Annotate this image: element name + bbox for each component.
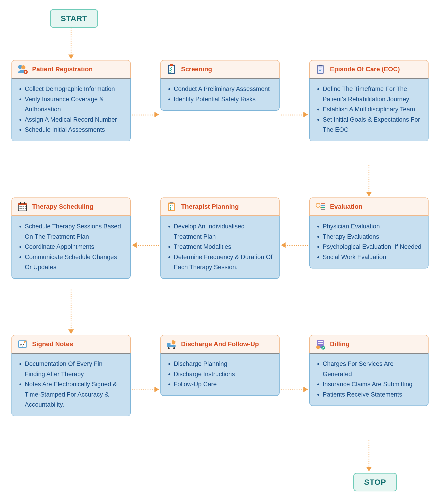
list-item: Set Initial Goals & Expectations For The… [323, 115, 422, 135]
svg-rect-27 [170, 205, 171, 206]
list-item: Charges For Services Are Generated [323, 359, 422, 379]
arrow [281, 115, 304, 115]
arrow [70, 289, 71, 330]
list-item: Follow-Up Care [174, 379, 273, 389]
card-eoc: Episode Of Care (EOC) Define The Timefra… [309, 60, 428, 141]
item-list: Discharge PlanningDischarge Instructions… [167, 359, 273, 389]
svg-rect-17 [21, 206, 22, 207]
svg-point-1 [21, 65, 26, 69]
card-body: Define The Timeframe For The Patient's R… [309, 78, 428, 141]
list-item: Determine Frequency & Duration Of Each T… [174, 252, 273, 272]
svg-rect-23 [25, 208, 26, 209]
list-item: Notes Are Electronically Signed & Time-S… [25, 379, 124, 410]
svg-rect-13 [18, 204, 27, 205]
svg-rect-44 [167, 343, 170, 345]
card-body: Develop An Individualised Treatment Plan… [160, 216, 280, 279]
list-item: Communicate Schedule Changes Or Updates [25, 252, 124, 272]
card-screening: Screening Conduct A Preliminary Assessme… [160, 60, 280, 111]
card-therapist-planning: Therapist Planning Develop An Individual… [160, 197, 280, 279]
list-item: Discharge Planning [174, 359, 273, 369]
flowchart-canvas: START Patient Registration Collect Demog… [9, 9, 431, 495]
list-item: Schedule Initial Assessments [25, 125, 124, 135]
svg-rect-18 [23, 206, 24, 207]
list-item: Identify Potential Safety Risks [174, 94, 273, 105]
list-item: Documentation Of Every Fin Finding After… [25, 359, 124, 379]
arrow [136, 245, 159, 246]
arrow [132, 389, 155, 390]
svg-rect-15 [24, 202, 25, 204]
svg-rect-36 [321, 205, 325, 206]
card-billing: Billing Charges For Services Are Generat… [309, 335, 428, 406]
card-title: Episode Of Care (EOC) [330, 66, 400, 73]
arrow-head [68, 54, 74, 59]
item-list: Charges For Services Are GeneratedInsura… [316, 359, 422, 399]
list-item: Social Work Evaluation [323, 252, 422, 262]
card-title: Therapist Planning [181, 203, 239, 210]
list-item: Treatment Modalities [174, 242, 273, 252]
start-terminal: START [50, 9, 98, 28]
card-body: Documentation Of Every Fin Finding After… [12, 353, 131, 416]
svg-rect-7 [318, 67, 323, 73]
svg-point-42 [168, 347, 170, 349]
card-title: Billing [330, 341, 350, 348]
svg-rect-37 [321, 207, 325, 208]
arrow-head [281, 242, 286, 248]
list-item: Verify Insurance Coverage & Authorisatio… [25, 94, 124, 115]
list-item: Schedule Therapy Sessions Based On The T… [25, 221, 124, 242]
card-signed-notes: Signed Notes Documentation Of Every Fin … [12, 335, 131, 416]
card-title: Evaluation [330, 203, 363, 210]
list-item: Patients Receive Statements [323, 389, 422, 400]
card-body: Collect Demographic InformationVerify In… [12, 78, 131, 141]
svg-point-49 [316, 345, 320, 349]
svg-point-43 [173, 347, 175, 349]
svg-rect-20 [19, 208, 21, 209]
list-item: Develop An Individualised Treatment Plan [174, 221, 273, 242]
arrow-head [154, 387, 159, 392]
card-title: Signed Notes [32, 341, 73, 348]
svg-rect-16 [19, 206, 21, 207]
item-list: Schedule Therapy Sessions Based On The T… [18, 221, 124, 272]
card-title: Screening [181, 66, 212, 73]
card-therapy-scheduling: Therapy Scheduling Schedule Therapy Sess… [12, 197, 131, 279]
item-list: Physician EvaluationTherapy EvaluationsP… [316, 221, 422, 262]
card-body: Charges For Services Are GeneratedInsura… [309, 353, 428, 406]
card-body: Schedule Therapy Sessions Based On The T… [12, 216, 131, 279]
people-plus-icon [17, 64, 28, 75]
item-list: Develop An Individualised Treatment Plan… [167, 221, 273, 272]
card-title: Discharge And Follow-Up [181, 341, 259, 348]
svg-rect-14 [20, 202, 21, 204]
evaluation-icon [315, 201, 326, 212]
arrow-head [132, 242, 137, 248]
discharge-icon [166, 339, 177, 350]
svg-rect-38 [321, 209, 325, 210]
card-header: Therapy Scheduling [12, 197, 131, 216]
svg-line-34 [319, 207, 321, 208]
list-item: Collect Demographic Information [25, 84, 124, 94]
card-header: Patient Registration [12, 60, 131, 78]
card-body: Physician EvaluationTherapy EvaluationsP… [309, 216, 428, 269]
svg-rect-29 [170, 208, 171, 210]
item-list: Define The Timeframe For The Patient's R… [316, 84, 422, 135]
arrow [281, 389, 304, 390]
billing-icon [315, 339, 326, 350]
svg-rect-22 [23, 208, 24, 209]
svg-rect-26 [170, 202, 173, 204]
card-body: Discharge PlanningDischarge Instructions… [160, 353, 280, 396]
list-item: Define The Timeframe For The Patient's R… [323, 84, 422, 104]
list-item: Therapy Evaluations [323, 232, 422, 242]
list-item: Conduct A Preliminary Assessment [174, 84, 273, 94]
svg-rect-35 [321, 204, 325, 204]
card-header: Episode Of Care (EOC) [309, 60, 428, 78]
stop-terminal: STOP [353, 473, 397, 491]
arrow-head [303, 387, 308, 392]
item-list: Conduct A Preliminary AssessmentIdentify… [167, 84, 273, 104]
card-title: Patient Registration [32, 66, 93, 73]
svg-rect-19 [25, 206, 26, 207]
clipboard-check-icon [166, 64, 177, 75]
arrow-head [154, 112, 159, 117]
card-header: Billing [309, 335, 428, 353]
svg-rect-21 [21, 208, 22, 209]
arrow [132, 115, 155, 115]
card-header: Discharge And Follow-Up [160, 335, 280, 353]
svg-rect-46 [318, 341, 323, 342]
